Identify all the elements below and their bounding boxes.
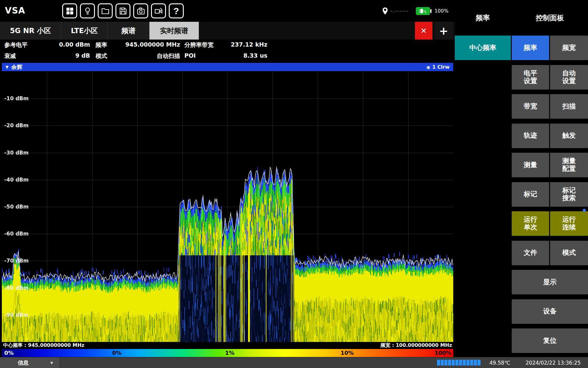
center-frequency-readout: 中心频率 : 945.000000000 MHz (3, 342, 84, 349)
help-icon: ? (173, 6, 179, 16)
frequency-label: 频率 (96, 41, 107, 49)
meter-segment (455, 360, 458, 366)
meter-segment (477, 360, 481, 366)
meter-segment (459, 360, 462, 366)
span-readout: 频宽 : 100.000000000 MHz (381, 342, 452, 349)
device-button[interactable]: 设备 (512, 299, 588, 324)
help-button[interactable]: ? (169, 3, 184, 18)
meter-segment (463, 360, 466, 366)
gps-pin-icon (382, 7, 388, 15)
meter-segment (470, 360, 473, 366)
run-continuous-button[interactable]: 运行 连续 (550, 211, 588, 236)
colorbar-label-0: 0% (4, 350, 14, 356)
run-single-button[interactable]: 运行 单次 (512, 211, 549, 236)
center-frequency-button[interactable]: 中心频率 (455, 36, 511, 60)
level-settings-button[interactable]: 电平 设置 (512, 65, 549, 90)
mode-value[interactable]: 自动扫描 (116, 52, 180, 60)
lamp-icon (84, 7, 91, 15)
persistence-chart-header: ▼ 余辉 ◉ 1 Clrw (2, 63, 453, 71)
vsa-application-window: VSA ? -.---- (0, 0, 588, 368)
screenshot-camera-icon (137, 7, 145, 15)
windows-icon (66, 7, 74, 15)
meter-segment (441, 360, 444, 366)
tab-spectrum[interactable]: 频谱 (108, 22, 149, 40)
status-bar: 信息 ▼ 49.58℃ 2024/02/22 13:36:25 (0, 357, 588, 368)
trace-marker-icon: ◉ (426, 65, 430, 70)
colorbar-label-1: 0% (112, 350, 122, 356)
measurement-settings-bar: 参考电平 0.00 dBm 频率 945.000000 MHz 分辨率带宽 23… (0, 40, 455, 63)
marker-button[interactable]: 标记 (512, 182, 549, 207)
app-logo: VSA (5, 6, 25, 16)
rbw-label: 分辨率带宽 (184, 41, 213, 49)
frequency-value[interactable]: 945.000000 MHz (116, 41, 180, 48)
record-button[interactable] (151, 3, 166, 18)
attenuation-value[interactable]: 9 dB (34, 52, 90, 59)
chart-title: 余辉 (11, 63, 22, 71)
folder-icon (101, 8, 109, 14)
signal-level-meter (437, 360, 481, 366)
right-panel: 频率 中心频率 控制面板 频率频宽电平 设置自动 设置带宽扫描轨迹触发测量测量 … (455, 0, 588, 357)
trace-button[interactable]: 轨迹 (512, 124, 549, 148)
marker-search-button[interactable]: 标记 搜索 (550, 182, 588, 207)
persistence-spectrum-canvas[interactable] (2, 71, 453, 342)
temperature-readout: 49.58℃ (489, 360, 510, 366)
chevron-down-icon: ▼ (51, 361, 53, 365)
colorbar-label-3: 10% (341, 350, 354, 356)
measure-button[interactable]: 测量 (512, 153, 549, 177)
submenu-title-frequency: 频率 (455, 0, 511, 36)
control-panel: 控制面板 频率频宽电平 设置自动 设置带宽扫描轨迹触发测量测量 配置标记标记 搜… (512, 0, 588, 357)
meter-segment (466, 360, 469, 366)
control-panel-title: 控制面板 (512, 0, 588, 36)
sweep-button[interactable]: 扫描 (550, 94, 588, 119)
ref-level-label: 参考电平 (4, 41, 28, 49)
control-panel-grid: 频率频宽电平 设置自动 设置带宽扫描轨迹触发测量测量 配置标记标记 搜索运行 单… (512, 36, 588, 353)
clock-readout: 2024/02/22 13:36:25 (526, 360, 581, 366)
lamp-button[interactable] (80, 3, 95, 18)
meter-segment (448, 360, 451, 366)
save-icon (119, 7, 127, 15)
screenshot-button[interactable] (133, 3, 148, 18)
measurement-tabbar: 5G NR 小区 LTE小区 频谱 实时频谱 ✕ + (0, 22, 455, 40)
gps-readout: -.------ (391, 8, 409, 14)
ref-level-value[interactable]: 0.00 dBm (34, 41, 90, 48)
frequency-button[interactable]: 频率 (512, 36, 549, 60)
display-button[interactable]: 显示 (512, 270, 588, 294)
collapse-chart-icon[interactable]: ▼ (6, 65, 9, 69)
info-dropdown-label: 信息 (18, 359, 29, 366)
colorbar-label-2: 1% (225, 350, 235, 356)
meter-segment (474, 360, 477, 366)
measure-config-button[interactable]: 测量 配置 (550, 153, 588, 177)
folder-button[interactable] (98, 3, 113, 18)
frequency-submenu: 频率 中心频率 (455, 0, 511, 357)
trace-indicator: ◉ 1 Clrw (426, 64, 450, 70)
density-colorbar: 0% 0% 1% 10% 100% (2, 349, 453, 357)
auto-settings-button[interactable]: 自动 设置 (550, 65, 588, 90)
reset-button[interactable]: 复位 (512, 328, 588, 353)
video-camera-icon (155, 8, 163, 14)
toolbar-icons: ? (62, 3, 184, 18)
tab-realtime-spectrum[interactable]: 实时频谱 (149, 22, 199, 40)
bandwidth-button[interactable]: 带宽 (512, 94, 549, 119)
mode-label: 模式 (96, 52, 107, 60)
mode-button[interactable]: 模式 (550, 241, 588, 265)
tab-lte-cell[interactable]: LTE小区 (61, 22, 108, 40)
tab-5g-nr-cell[interactable]: 5G NR 小区 (0, 22, 61, 40)
info-dropdown[interactable]: 信息 ▼ (0, 357, 60, 368)
rbw-value[interactable]: 237.12 kHz (219, 41, 267, 48)
colorbar-label-4: 100% (434, 350, 451, 356)
windows-button[interactable] (62, 3, 77, 18)
save-button[interactable] (115, 3, 130, 18)
poi-value[interactable]: 8.33 us (219, 52, 267, 59)
span-button[interactable]: 频宽 (550, 36, 588, 60)
attenuation-label: 衰减 (4, 52, 16, 60)
meter-segment (444, 360, 447, 366)
frequency-readout-strip: 中心频率 : 945.000000000 MHz 频宽 : 100.000000… (2, 342, 453, 349)
file-button[interactable]: 文件 (512, 241, 549, 265)
battery-percentage: 100% (435, 8, 449, 14)
trace-name: 1 Clrw (432, 64, 450, 70)
close-tab-button[interactable]: ✕ (415, 22, 432, 40)
battery-icon (416, 7, 430, 15)
top-toolbar: VSA ? -.---- (0, 0, 455, 22)
add-tab-button[interactable]: + (435, 22, 452, 40)
trigger-button[interactable]: 触发 (550, 124, 588, 148)
